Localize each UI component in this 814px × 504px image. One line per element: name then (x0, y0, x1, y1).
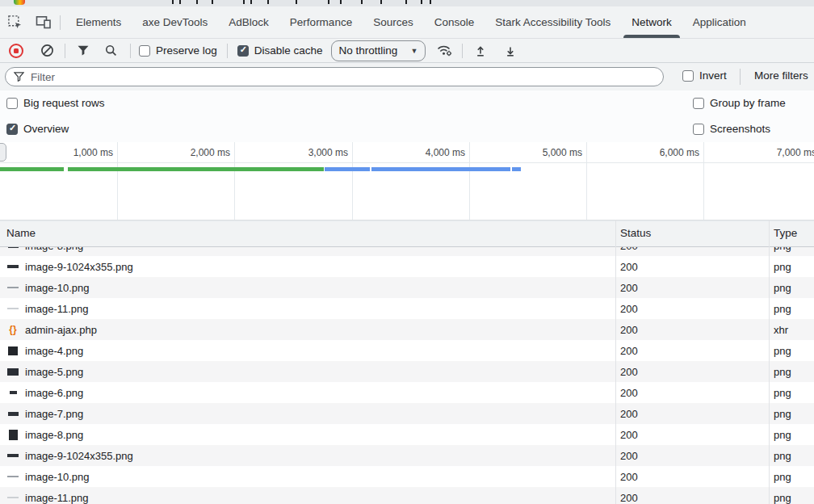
request-status: 200 (620, 345, 638, 357)
preserve-log-checkbox[interactable]: Preserve log (139, 44, 217, 57)
group-by-frame-label: Group by frame (710, 97, 786, 109)
image-thumbnail-icon (6, 287, 19, 288)
request-type: png (774, 303, 791, 315)
request-row-image-10-png[interactable]: image-10.png200png (0, 277, 814, 298)
xhr-icon: {} (6, 325, 19, 334)
tab-sources[interactable]: Sources (363, 6, 424, 38)
request-type: png (774, 345, 791, 357)
request-row-image-11-png[interactable]: image-11.png200png (0, 298, 814, 319)
request-row-image-8-png[interactable]: image-8.png200png (0, 247, 814, 256)
tab-performance[interactable]: Performance (279, 6, 363, 38)
timeline-bar-green (0, 167, 64, 171)
tab-stark-accessibility-tools[interactable]: Stark Accessibility Tools (485, 6, 621, 38)
request-row-image-11-png[interactable]: image-11.png200png (0, 487, 814, 504)
request-status: 200 (620, 408, 638, 420)
import-har-icon[interactable] (469, 40, 492, 61)
request-row-image-5-png[interactable]: image-5.png200png (0, 361, 814, 382)
request-row-image-10-png[interactable]: image-10.png200png (0, 466, 814, 487)
overview-checkbox[interactable]: Overview (6, 123, 69, 135)
filter-input[interactable]: Filter (5, 67, 664, 86)
request-row-image-4-png[interactable]: image-4.png200png (0, 340, 814, 361)
device-toolbar-icon[interactable] (32, 12, 55, 33)
panel-tabs: Elementsaxe DevToolsAdBlockPerformanceSo… (65, 6, 757, 38)
text-fragment-mark (405, 0, 407, 4)
request-name: image-8.png (25, 247, 83, 252)
request-name: admin-ajax.php (25, 324, 97, 336)
column-header-type[interactable]: Type (774, 227, 797, 239)
image-thumbnail-icon (6, 430, 19, 440)
filter-toggle-icon[interactable] (72, 40, 94, 61)
divider (462, 44, 463, 58)
request-row-image-9-1024x355-png[interactable]: image-9-1024x355.png200png (0, 445, 814, 466)
text-fragment-mark (328, 0, 329, 4)
text-fragment-mark (296, 0, 297, 4)
checkbox (6, 98, 18, 109)
group-by-frame-checkbox[interactable]: Group by frame (693, 97, 786, 109)
export-har-icon[interactable] (499, 40, 522, 61)
column-header-status[interactable]: Status (620, 227, 651, 239)
request-type: png (774, 247, 791, 252)
inspect-element-icon[interactable] (3, 12, 26, 33)
request-row-image-9-1024x355-png[interactable]: image-9-1024x355.png200png (0, 256, 814, 277)
request-type: png (774, 471, 791, 483)
request-table: image-8.png200pngimage-9-1024x355.png200… (0, 247, 814, 504)
screenshots-checkbox[interactable]: Screenshots (693, 123, 770, 135)
tab-elements[interactable]: Elements (65, 6, 132, 38)
timeline-bar-green (68, 167, 324, 171)
tab-network[interactable]: Network (621, 6, 682, 38)
text-fragment-mark (250, 0, 252, 4)
request-row-image-8-png[interactable]: image-8.png200png (0, 424, 814, 445)
request-row-image-7-png[interactable]: image-7.png200png (0, 403, 814, 424)
browser-edge-strip (0, 0, 814, 6)
clear-network-log-button[interactable] (36, 40, 58, 61)
tab-axe-devtools[interactable]: axe DevTools (132, 6, 218, 38)
request-name: image-11.png (25, 492, 89, 504)
timeline-gridline (352, 142, 353, 220)
ruler-divider (0, 162, 814, 163)
devtools-tabbar: Elementsaxe DevToolsAdBlockPerformanceSo… (0, 6, 814, 39)
tab-application[interactable]: Application (682, 6, 757, 38)
network-conditions-icon[interactable] (433, 40, 455, 61)
request-type: xhr (774, 324, 788, 336)
request-row-admin-ajax-php[interactable]: {}admin-ajax.php200xhr (0, 319, 814, 340)
timeline-gridline (117, 142, 118, 220)
search-icon[interactable] (99, 40, 122, 61)
request-status: 200 (620, 247, 638, 252)
divider (740, 69, 741, 85)
request-type: png (774, 366, 791, 378)
request-name: image-7.png (25, 408, 83, 420)
checkbox (682, 70, 694, 82)
text-fragment-mark (172, 0, 174, 4)
request-name: image-10.png (25, 282, 90, 294)
big-request-rows-checkbox[interactable]: Big request rows (6, 97, 105, 109)
tab-adblock[interactable]: AdBlock (218, 6, 279, 38)
image-thumbnail-icon (6, 391, 19, 394)
record-network-log-button[interactable] (5, 40, 27, 61)
divider (60, 15, 61, 30)
checkbox (693, 98, 704, 109)
request-status: 200 (620, 303, 638, 315)
throttling-select[interactable]: No throttling ▼ (331, 40, 426, 61)
invert-checkbox[interactable]: Invert (682, 69, 727, 82)
disable-cache-checkbox[interactable]: Disable cache (237, 44, 323, 57)
table-header: Name Status Type (0, 220, 814, 247)
timeline-overview[interactable]: 1,000 ms2,000 ms3,000 ms4,000 ms5,000 ms… (0, 142, 814, 220)
request-status: 200 (620, 366, 638, 378)
filter-row: Filter Invert More filters (0, 63, 814, 90)
request-name: image-6.png (25, 387, 83, 399)
request-name: image-11.png (25, 303, 89, 315)
request-status: 200 (620, 450, 638, 462)
tab-console[interactable]: Console (424, 6, 485, 38)
checkbox (6, 124, 18, 135)
timeline-bar-blue (371, 167, 510, 171)
chevron-down-icon: ▼ (410, 47, 417, 55)
divider (227, 44, 228, 58)
timeline-tick-label: 2,000 ms (157, 147, 230, 158)
overview-left-handle[interactable] (0, 143, 6, 162)
image-thumbnail-icon (6, 368, 19, 376)
request-status: 200 (620, 324, 638, 336)
timeline-gridline (469, 142, 470, 220)
more-filters-button[interactable]: More filters (754, 69, 808, 82)
request-row-image-6-png[interactable]: image-6.png200png (0, 382, 814, 403)
column-header-name[interactable]: Name (6, 227, 36, 239)
